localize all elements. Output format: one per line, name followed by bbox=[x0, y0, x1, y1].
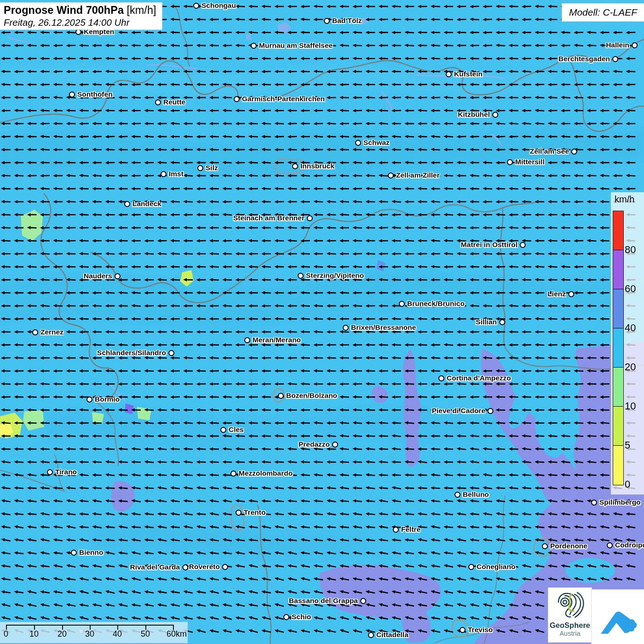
city-dot bbox=[292, 163, 298, 169]
city-dot bbox=[324, 18, 330, 24]
city-dot bbox=[571, 149, 577, 155]
city-marker: Riva del Garda bbox=[130, 563, 188, 571]
city-marker: Berchtesgaden bbox=[558, 55, 618, 63]
city-marker: Schongau bbox=[193, 1, 236, 10]
city-dot bbox=[507, 159, 513, 165]
city-label: Reutte bbox=[163, 98, 185, 106]
city-label: Cortina d'Ampezzo bbox=[447, 374, 511, 382]
city-label: Belluno bbox=[463, 490, 489, 499]
city-dot bbox=[460, 627, 466, 633]
wind-forecast-map: Iseo SchongauBad TölzKemptenMurnau am St… bbox=[0, 0, 644, 644]
scale-tick-label: 20 bbox=[58, 629, 67, 639]
city-label: Predazzo bbox=[299, 440, 330, 448]
city-marker: Steinach am Brenner bbox=[233, 214, 313, 222]
city-dot bbox=[298, 273, 304, 279]
city-marker: Bormio bbox=[86, 395, 120, 403]
city-dot bbox=[388, 172, 394, 178]
legend-band bbox=[613, 328, 623, 368]
city-marker: Matrei in Osttirol bbox=[461, 241, 526, 249]
city-label: Brixen/Bressanone bbox=[351, 323, 416, 332]
city-label: Kufstein bbox=[454, 70, 483, 78]
city-dot bbox=[568, 291, 574, 297]
map-scale-bar: 0102030405060km bbox=[0, 622, 188, 643]
forecast-title-unit: [km/h] bbox=[124, 4, 156, 16]
city-dot bbox=[161, 171, 167, 177]
city-dot bbox=[360, 598, 366, 604]
city-marker: Cortina d'Ampezzo bbox=[438, 374, 511, 382]
city-marker: Reutte bbox=[155, 98, 185, 106]
city-dot bbox=[244, 337, 250, 343]
legend-band bbox=[613, 446, 623, 485]
scale-tick-label: 30 bbox=[85, 629, 94, 639]
city-label: Tirano bbox=[55, 468, 77, 476]
legend-tick-label: 0 bbox=[625, 478, 630, 490]
city-marker: Kufstein bbox=[446, 70, 483, 78]
city-label: Silz bbox=[206, 164, 218, 172]
city-marker: Nauders bbox=[84, 272, 121, 280]
city-dot bbox=[168, 350, 174, 356]
city-dot bbox=[307, 215, 313, 221]
city-dot bbox=[155, 99, 161, 105]
city-marker: Innsbruck bbox=[292, 162, 334, 170]
city-dot bbox=[438, 375, 444, 381]
city-dot bbox=[220, 427, 226, 433]
city-marker: Hallein bbox=[606, 41, 638, 49]
legend-band bbox=[613, 211, 623, 250]
city-marker: Brixen/Bressanone bbox=[343, 323, 416, 332]
city-label: Imst bbox=[169, 170, 184, 178]
city-marker: Sillian bbox=[476, 318, 505, 326]
city-dot bbox=[115, 273, 121, 279]
city-marker: Bruneck/Brunico bbox=[399, 299, 465, 308]
city-dot bbox=[69, 92, 75, 98]
city-label: Innsbruck bbox=[300, 162, 334, 170]
city-label: Codroipo bbox=[615, 541, 644, 549]
city-marker: Sterzing/Vipiteno bbox=[298, 271, 364, 280]
city-dot bbox=[32, 329, 38, 335]
city-label: Pieve di Cadore bbox=[432, 407, 485, 415]
city-label: Schio bbox=[292, 613, 311, 621]
city-label: Murnau am Staffelsee bbox=[259, 41, 333, 50]
city-dot bbox=[446, 71, 452, 77]
city-dot bbox=[47, 469, 53, 475]
scale-tick-label: 60km bbox=[167, 629, 187, 639]
legend-band bbox=[613, 407, 623, 446]
city-label: Spilimbergo bbox=[599, 498, 641, 506]
legend-tick-label: 40 bbox=[625, 322, 636, 334]
city-marker: Schwaz bbox=[355, 138, 390, 147]
city-label: Kitzbühel bbox=[458, 110, 490, 119]
city-dot bbox=[612, 56, 618, 62]
city-label: Treviso bbox=[468, 626, 493, 634]
city-dot bbox=[368, 632, 374, 638]
scale-tick-label: 0 bbox=[4, 629, 8, 639]
forecast-valid-time: Freitag, 26.12.2025 14:00 Uhr bbox=[4, 17, 157, 28]
legend-color-bar bbox=[613, 211, 624, 485]
city-marker: Trento bbox=[236, 508, 265, 517]
city-marker: Imst bbox=[161, 170, 184, 178]
city-marker: Sonthofen bbox=[69, 90, 113, 98]
city-dot bbox=[75, 29, 81, 35]
city-label: Garmisch-Partenkirchen bbox=[242, 95, 325, 103]
city-marker: Belluno bbox=[454, 490, 489, 499]
city-marker: Garmisch-Partenkirchen bbox=[234, 95, 325, 103]
geosphere-logo-box: GeoSphere Austria bbox=[548, 588, 592, 642]
city-label: Schongau bbox=[201, 1, 236, 10]
city-dot bbox=[251, 43, 257, 49]
city-label: Zernez bbox=[40, 328, 63, 336]
city-label: Steinach am Brenner bbox=[233, 214, 305, 222]
city-label: Sillian bbox=[476, 318, 497, 326]
city-dot bbox=[542, 543, 548, 549]
forecast-title-main: Prognose Wind 700hPa bbox=[4, 4, 124, 16]
city-label: Bozen/Bolzano bbox=[286, 391, 337, 400]
legend-tick-label: 80 bbox=[625, 244, 636, 256]
city-label: Lienz bbox=[547, 290, 566, 298]
city-marker: Landeck bbox=[124, 200, 161, 208]
city-dot bbox=[124, 201, 130, 207]
city-dot bbox=[236, 510, 242, 516]
city-label: Berchtesgaden bbox=[558, 55, 610, 63]
legend-tick-label: 60 bbox=[625, 283, 636, 295]
city-marker: Cittadella bbox=[368, 631, 408, 639]
city-dot bbox=[454, 492, 460, 498]
geosphere-wordmark: GeoSphere bbox=[550, 621, 590, 630]
city-marker: Pieve di Cadore bbox=[432, 407, 494, 415]
city-label: Sonthofen bbox=[77, 90, 113, 98]
